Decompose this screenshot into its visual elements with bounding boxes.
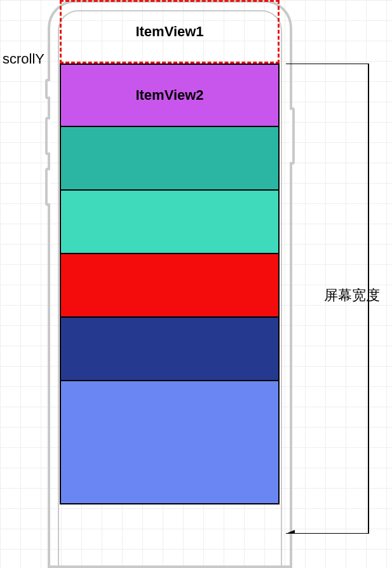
phone-side-button: [45, 168, 50, 206]
item-list: ItemView2: [60, 64, 280, 504]
offscreen-item-dashed: ItemView1: [60, 0, 280, 64]
list-item: [60, 254, 280, 318]
scrolly-label: scrollY: [3, 51, 44, 67]
list-item: [60, 381, 280, 504]
item-label: ItemView1: [135, 24, 203, 40]
item-label: ItemView2: [135, 87, 203, 104]
screen-width-label: 屏幕宽度: [324, 286, 380, 305]
list-item: [60, 191, 280, 254]
phone-side-button: [45, 117, 50, 155]
phone-side-button: [45, 79, 50, 99]
list-item: ItemView2: [60, 64, 280, 127]
list-item: [60, 318, 280, 381]
list-item: [60, 127, 280, 191]
